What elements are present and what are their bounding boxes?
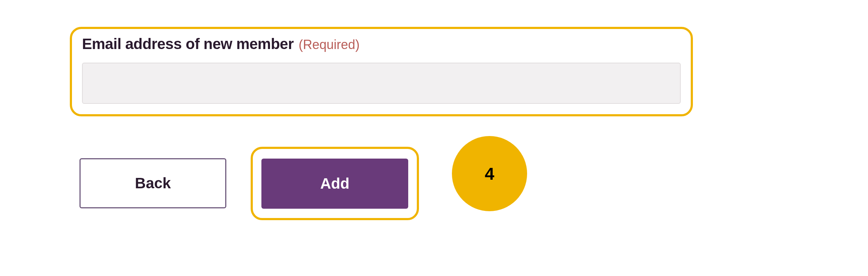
- email-field-label: Email address of new member: [82, 35, 294, 53]
- step-badge-number: 4: [485, 164, 495, 184]
- back-button[interactable]: Back: [79, 158, 226, 208]
- email-label-row: Email address of new member (Required): [82, 35, 681, 53]
- step-badge: 4: [452, 136, 527, 211]
- add-button-label: Add: [320, 175, 349, 192]
- email-field-highlight: Email address of new member (Required): [70, 27, 693, 116]
- add-button-highlight: Add: [251, 147, 419, 220]
- email-input[interactable]: [82, 63, 681, 104]
- required-tag: (Required): [299, 37, 360, 52]
- back-button-label: Back: [135, 175, 171, 192]
- add-button[interactable]: Add: [261, 159, 408, 209]
